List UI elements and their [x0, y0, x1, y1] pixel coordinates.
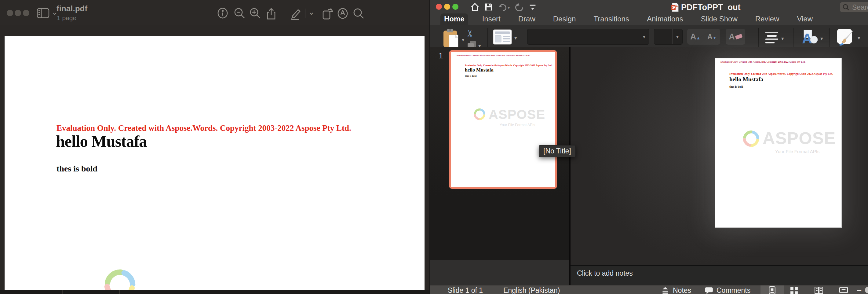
tab-insert[interactable]: Insert [478, 13, 504, 25]
drawing-button[interactable] [836, 28, 856, 47]
shrink-font-button[interactable]: A▼ [704, 33, 720, 41]
sidebar-toggle-button[interactable] [37, 8, 50, 18]
preview-titlebar: ⌄ final.pdf 1 page [0, 0, 429, 25]
font-size-dropdown-icon[interactable]: ▾ [672, 29, 682, 44]
share-button[interactable] [265, 7, 277, 20]
tab-draw[interactable]: Draw [515, 13, 539, 25]
ppt-titlebar: ▾ PDFToPPT_out Search [430, 0, 868, 14]
tab-transitions[interactable]: Transitions [590, 13, 632, 25]
zoom-out-button[interactable] [234, 7, 246, 20]
ribbon-tab-bar: Home Insert Draw Design Transitions Anim… [430, 14, 868, 25]
desktop-strip [0, 290, 429, 294]
font-size-adjust-group: A▲ A▼ [687, 29, 720, 45]
slide-heading: hello Mustafa [729, 76, 763, 83]
tab-home[interactable]: Home [440, 13, 468, 25]
aspose-watermark-text: ASPOSE [136, 284, 390, 290]
notes-toggle-label[interactable]: Notes [673, 286, 691, 294]
info-button[interactable] [217, 7, 228, 19]
paste-dropdown-icon[interactable]: ▾ [462, 37, 465, 43]
comments-toggle-label[interactable]: Comments [716, 286, 750, 294]
markup-button[interactable] [289, 7, 302, 21]
minimize-window-button[interactable] [15, 10, 21, 16]
search-placeholder: Search [852, 3, 868, 11]
search-button[interactable] [352, 7, 365, 20]
grow-font-button[interactable]: A▲ [687, 32, 704, 41]
slide-number: 1 [439, 51, 443, 60]
thumb-pdf-eval-line: Evaluation Only. Created with Aspose.PDF… [456, 54, 530, 57]
notes-pane[interactable]: Click to add notes [570, 265, 868, 285]
language-indicator[interactable]: English (Pakistan) [503, 286, 560, 294]
slide-canvas[interactable]: Evaluation Only. Created with Aspose.PDF… [715, 58, 842, 228]
pdf-body-line: thes is bold [57, 164, 97, 174]
pen-annotate-button[interactable] [337, 7, 349, 20]
rotate-button[interactable] [321, 7, 334, 20]
drawing-dropdown-icon[interactable]: ▾ [858, 35, 860, 41]
undo-button[interactable] [498, 2, 507, 11]
aspose-swirl-logo [102, 267, 138, 290]
slide-pdf-eval-line: Evaluation Only. Created with Aspose.PDF… [720, 60, 805, 63]
markup-dropdown-chevron-icon[interactable]: ⌄ [308, 7, 315, 17]
font-name-dropdown-icon[interactable]: ▾ [639, 29, 649, 44]
minimize-window-button[interactable] [444, 4, 450, 10]
slide-watermark-text: ASPOSE [763, 128, 836, 148]
toolbar-divider [305, 8, 305, 18]
preview-window: ⌄ final.pdf 1 page [0, 0, 429, 294]
ribbon-display-toggle[interactable] [528, 3, 537, 11]
thumb-heading: hello Mustafa [465, 67, 494, 73]
comments-toggle-button[interactable] [704, 287, 713, 294]
tab-animations[interactable]: Animations [643, 13, 687, 25]
paragraph-button[interactable] [764, 31, 779, 46]
home-quick-button[interactable] [470, 2, 479, 11]
slides-dropdown-icon[interactable]: ▾ [514, 35, 517, 41]
font-size-combo[interactable]: ▾ [654, 29, 683, 45]
redo-button[interactable] [514, 2, 524, 11]
close-window-button[interactable] [436, 4, 442, 10]
ppt-document-title: PDFToPPT_out [681, 3, 740, 12]
notes-toggle-button[interactable] [661, 286, 670, 294]
reading-view-button[interactable] [814, 286, 824, 294]
zoom-in-button[interactable] [249, 7, 261, 20]
preview-document-title: final.pdf [57, 4, 87, 13]
tab-review[interactable]: Review [752, 13, 783, 25]
preview-content-area: Evaluation Only. Created with Aspose.Wor… [0, 25, 429, 290]
pdf-page[interactable]: Evaluation Only. Created with Aspose.Wor… [5, 36, 425, 290]
slide-sorter-view-button[interactable] [790, 287, 798, 294]
powerpoint-window: ▾ PDFToPPT_out Search [429, 0, 868, 294]
insert-button[interactable]: A [801, 29, 818, 47]
font-name-combo[interactable]: ▾ [527, 29, 649, 45]
zoom-window-button[interactable] [452, 4, 459, 10]
undo-dropdown-icon[interactable]: ▾ [507, 5, 510, 10]
paragraph-dropdown-icon[interactable]: ▾ [781, 35, 784, 42]
close-window-button[interactable] [7, 10, 13, 16]
notes-placeholder: Click to add notes [577, 269, 633, 277]
screenshot-root: { "preview": { "title": "final.pdf", "su… [0, 0, 868, 294]
ppt-file-icon [671, 3, 679, 12]
zoom-out-slider-button[interactable]: − [857, 286, 862, 294]
thumb-body-line: thes is bold [465, 75, 476, 77]
slide-watermark-tagline: Your File Format APIs [775, 149, 819, 154]
tab-slide-show[interactable]: Slide Show [697, 13, 741, 25]
tab-view[interactable]: View [793, 13, 816, 25]
slide-words-eval-line: Evaluation Only. Created with Aspose.Wor… [729, 72, 833, 76]
insert-dropdown-icon[interactable]: ▾ [820, 35, 823, 42]
zoom-slider-knob[interactable] [865, 287, 868, 293]
zoom-window-button[interactable] [23, 10, 29, 16]
cut-button[interactable]: ✂ [464, 29, 476, 37]
tab-design[interactable]: Design [550, 13, 580, 25]
eraser-icon [735, 34, 742, 40]
normal-view-button[interactable] [761, 286, 784, 294]
thumb-words-eval-line: Evaluation Only. Created with Aspose.Wor… [465, 64, 552, 67]
strip-divider [119, 290, 120, 294]
search-field[interactable]: Search [840, 2, 868, 12]
slide-thumbnail[interactable]: Evaluation Only. Created with Aspose.PDF… [449, 50, 557, 189]
strip-divider [62, 290, 63, 294]
pdf-evaluation-line: Evaluation Only. Created with Aspose.Wor… [57, 123, 351, 133]
clear-formatting-button[interactable]: A [726, 29, 745, 45]
preview-page-count: 1 page [57, 14, 76, 22]
slide-editor-area: Evaluation Only. Created with Aspose.PDF… [570, 47, 868, 265]
slide-body-line: thes is bold [729, 85, 743, 88]
new-slide-button[interactable] [493, 29, 512, 45]
slide-show-button[interactable] [839, 287, 848, 294]
save-button[interactable] [484, 2, 493, 11]
paste-button[interactable] [442, 29, 460, 48]
